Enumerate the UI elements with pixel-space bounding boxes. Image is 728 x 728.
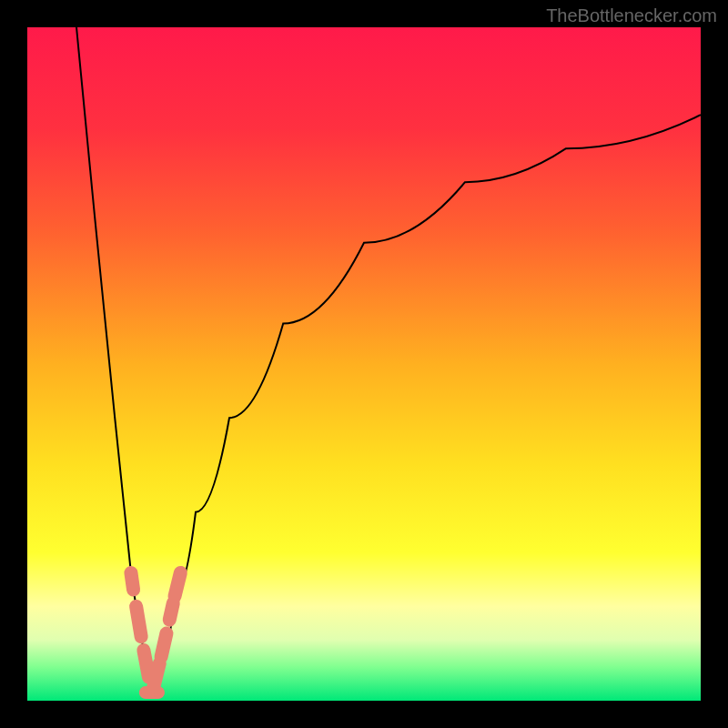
- svg-line-6: [161, 633, 167, 657]
- svg-line-5: [154, 663, 159, 687]
- watermark-text: TheBottlenecker.com: [546, 5, 717, 26]
- svg-line-2: [136, 606, 142, 636]
- chart-container: TheBottlenecker.com: [0, 0, 728, 728]
- bottleneck-curve: [27, 27, 701, 701]
- svg-line-7: [169, 603, 173, 621]
- svg-line-8: [175, 572, 180, 596]
- svg-line-1: [131, 572, 134, 590]
- svg-line-3: [144, 651, 149, 678]
- plot-area: [27, 27, 701, 701]
